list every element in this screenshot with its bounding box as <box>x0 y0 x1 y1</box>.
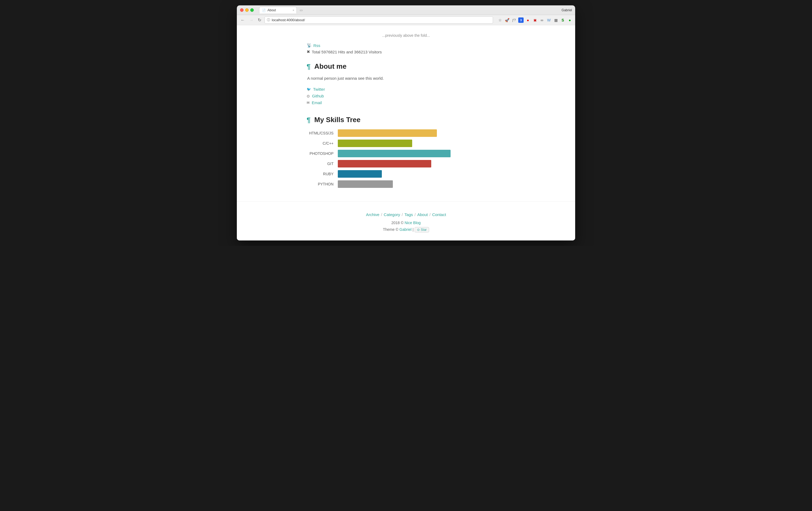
address-bar[interactable]: ⓘ localhost:4000/about/ <box>264 17 493 24</box>
page-content: ...previously above the fold... 📡 Rss ✖ … <box>237 25 575 240</box>
skill-bar-container <box>338 150 451 157</box>
stats-icon: ✖ <box>307 50 310 54</box>
back-button[interactable]: ← <box>239 17 246 23</box>
footer-blog-link[interactable]: Nice Blog <box>405 220 421 225</box>
skill-label: PYTHON <box>307 182 334 186</box>
github-star-button[interactable]: ⊙ Star <box>414 227 429 233</box>
stats-line: ✖ Total 5976821 Hits and 366213 Visitors <box>307 50 505 54</box>
maximize-traffic-light[interactable] <box>250 8 254 12</box>
stats-text: Total 5976821 Hits and 366213 Visitors <box>312 50 382 54</box>
traffic-lights <box>240 8 254 12</box>
page-footer: Archive / Category / Tags / About / Cont… <box>237 201 575 240</box>
skill-label: PHOTOSHOP <box>307 151 334 156</box>
lock-icon: ⓘ <box>267 18 270 22</box>
skill-label: HTML/CSS/JS <box>307 131 334 135</box>
skill-bar-container <box>338 170 451 178</box>
footer-theme-author-link[interactable]: Gabriel <box>400 227 412 232</box>
skills-pilcrow-icon: ¶ <box>307 117 311 123</box>
skill-label: GIT <box>307 161 334 166</box>
url-text: localhost:4000/about/ <box>272 18 305 22</box>
skill-row: PYTHON <box>307 180 505 188</box>
skill-row: C/C++ <box>307 140 505 147</box>
github-link[interactable]: ⊙ Github <box>307 94 505 98</box>
star-label: Star <box>421 228 427 232</box>
reload-button[interactable]: ↻ <box>257 17 262 23</box>
twitter-label: Twitter <box>313 87 325 92</box>
skill-bar <box>338 180 393 188</box>
footer-copyright: 2018 © Nice Blog <box>242 220 570 225</box>
forward-button[interactable]: → <box>248 17 255 23</box>
infinity-icon[interactable]: ∞ <box>539 18 545 23</box>
about-me-heading: ¶ About me <box>307 62 505 70</box>
about-description: A normal person just wanna see this worl… <box>307 76 505 81</box>
skill-bar-container <box>338 160 451 168</box>
skill-label: RUBY <box>307 172 334 176</box>
footer-contact-link[interactable]: Contact <box>432 212 446 217</box>
list-item: ✉ Email <box>307 100 505 105</box>
rss-icon: 📡 <box>307 43 312 48</box>
new-tab-button[interactable]: ▭ <box>298 7 304 13</box>
email-icon: ✉ <box>307 101 310 105</box>
list-item: ⊙ Github <box>307 94 505 98</box>
github-icon: ⊙ <box>307 94 310 98</box>
footer-archive-link[interactable]: Archive <box>366 212 379 217</box>
pipe-separator: | <box>413 227 415 232</box>
skill-bar <box>338 150 451 157</box>
email-link[interactable]: ✉ Email <box>307 100 505 105</box>
partial-top-content: ...previously above the fold... <box>307 31 505 43</box>
skill-row: RUBY <box>307 170 505 178</box>
ext4-icon[interactable]: ▦ <box>553 18 558 23</box>
separator-1: / <box>381 212 382 217</box>
twitter-link[interactable]: 🐦 Twitter <box>307 87 505 92</box>
partial-text: ...previously above the fold... <box>382 33 430 37</box>
skill-row: HTML/CSS/JS <box>307 129 505 137</box>
ext6-icon[interactable]: ● <box>567 18 573 23</box>
skill-bar <box>338 170 382 178</box>
skill-row: GIT <box>307 160 505 168</box>
tab-close-button[interactable]: × <box>293 8 294 12</box>
skill-bar-container <box>338 129 451 137</box>
stats-section: 📡 Rss ✖ Total 5976821 Hits and 366213 Vi… <box>307 43 505 60</box>
minimize-traffic-light[interactable] <box>245 8 249 12</box>
tab-favicon-icon: 📄 <box>262 8 266 12</box>
about-pilcrow-icon: ¶ <box>307 63 311 70</box>
footer-theme: Theme © Gabriel | ⊙ Star <box>242 227 570 233</box>
opera-icon[interactable]: ● <box>525 18 530 23</box>
github-star-icon: ⊙ <box>417 228 420 232</box>
skills-section: HTML/CSS/JSC/C++PHOTOSHOPGITRUBYPYTHON <box>307 129 505 188</box>
footer-about-link[interactable]: About <box>417 212 428 217</box>
skill-label: C/C++ <box>307 141 334 146</box>
extension-3-icon[interactable]: 3 <box>518 18 524 23</box>
skills-heading: ¶ My Skills Tree <box>307 116 505 124</box>
list-item: 🐦 Twitter <box>307 87 505 92</box>
skill-bar-container <box>338 180 451 188</box>
rss-link[interactable]: 📡 Rss <box>307 43 505 48</box>
browser-navbar: ← → ↻ ⓘ localhost:4000/about/ ☆ 🚀 ƒ? 3 ●… <box>237 15 575 25</box>
skill-bar <box>338 140 412 147</box>
question-icon[interactable]: ƒ? <box>511 18 517 23</box>
tab-bar: 📄 About × ▭ <box>259 7 559 13</box>
ext3-icon[interactable]: W <box>546 18 552 23</box>
bookmark-icon[interactable]: ☆ <box>497 18 503 23</box>
github-label: Github <box>312 94 324 98</box>
user-name: Gabriel <box>561 8 572 12</box>
active-tab[interactable]: 📄 About × <box>259 7 297 13</box>
ext2-icon[interactable]: ▣ <box>532 18 538 23</box>
footer-category-link[interactable]: Category <box>384 212 400 217</box>
rocket-icon[interactable]: 🚀 <box>504 18 510 23</box>
rss-label: Rss <box>313 43 320 48</box>
skill-bar <box>338 160 431 168</box>
skills-title: My Skills Tree <box>314 116 360 124</box>
footer-nav: Archive / Category / Tags / About / Cont… <box>242 212 570 217</box>
tab-title: About <box>267 8 276 12</box>
about-me-title: About me <box>314 62 346 70</box>
separator-3: / <box>414 212 416 217</box>
ext5-icon[interactable]: S <box>560 18 566 23</box>
footer-tags-link[interactable]: Tags <box>404 212 413 217</box>
browser-toolbar-icons: ☆ 🚀 ƒ? 3 ● ▣ ∞ W ▦ S ● <box>497 18 573 23</box>
titlebar: 📄 About × ▭ Gabriel <box>237 5 575 15</box>
skill-row: PHOTOSHOP <box>307 150 505 157</box>
separator-4: / <box>429 212 430 217</box>
close-traffic-light[interactable] <box>240 8 243 12</box>
email-label: Email <box>312 100 322 105</box>
